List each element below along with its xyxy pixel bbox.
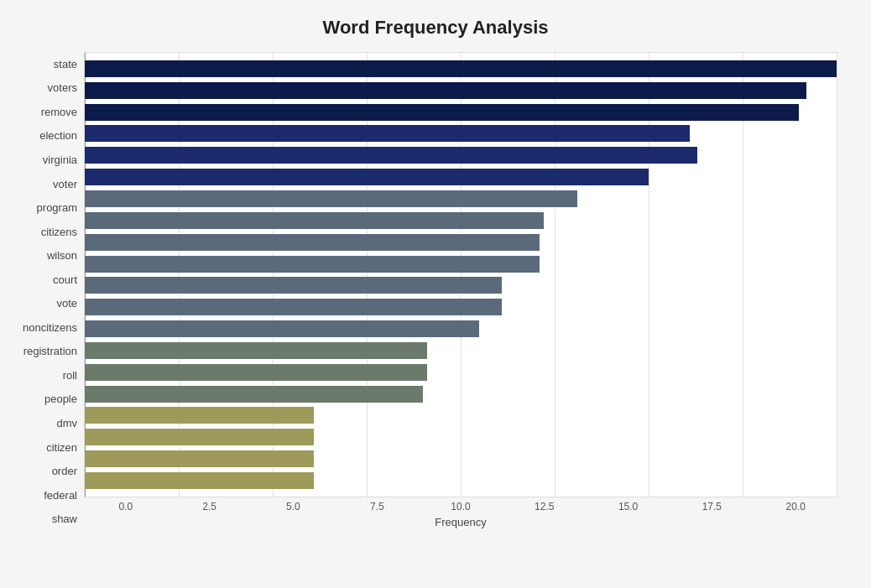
y-axis-label: court	[53, 274, 77, 285]
bar	[85, 320, 479, 337]
bar-row	[85, 341, 837, 361]
bar	[85, 60, 837, 77]
bars-area	[84, 52, 837, 497]
y-axis-label: citizens	[41, 226, 77, 237]
bar-row	[85, 189, 837, 209]
y-axis-label: voter	[53, 179, 77, 190]
bar-row	[85, 275, 837, 295]
chart-title: Word Frequency Analysis	[34, 17, 837, 39]
bar-row	[85, 449, 837, 469]
y-axis-label: shaw	[52, 513, 77, 524]
bar	[85, 364, 427, 381]
chart-container: Word Frequency Analysis statevotersremov…	[0, 0, 871, 588]
y-axis-label: voters	[48, 82, 77, 93]
bar-row	[85, 319, 837, 339]
y-axis-label: order	[52, 466, 77, 476]
y-axis-label: roll	[63, 370, 77, 381]
bar	[85, 450, 314, 467]
bars-and-xaxis: 0.02.55.07.510.012.515.017.520.0 Frequen…	[84, 52, 837, 531]
y-axis-label: remove	[41, 107, 77, 117]
bar	[85, 147, 697, 164]
y-axis-label: federal	[44, 490, 77, 501]
bar	[85, 277, 502, 294]
bar-row	[85, 81, 837, 101]
bar-row	[85, 123, 837, 143]
bar-row	[85, 59, 837, 79]
y-axis-label: vote	[56, 298, 77, 309]
bar	[85, 234, 540, 251]
y-axis-label: wilson	[47, 250, 77, 261]
bar	[85, 190, 577, 207]
y-axis-label: citizen	[46, 442, 77, 453]
grid-line	[837, 53, 837, 497]
bar	[85, 104, 799, 121]
y-axis-label: state	[54, 59, 77, 70]
bar	[85, 386, 423, 403]
bar-row	[85, 405, 837, 425]
x-axis-label: Frequency	[84, 516, 837, 528]
bar	[85, 82, 806, 99]
x-tick-label: 0.0	[84, 501, 168, 513]
bar-row	[85, 427, 837, 447]
x-tick-label: 7.5	[335, 501, 419, 513]
x-tick-label: 20.0	[754, 501, 837, 513]
x-tick-label: 10.0	[419, 501, 503, 513]
x-tick-label: 2.5	[168, 501, 252, 513]
x-tick-label: 17.5	[670, 501, 754, 513]
bar	[85, 299, 502, 315]
bar	[85, 169, 649, 185]
bar-row	[85, 384, 837, 404]
x-tick-label: 15.0	[587, 501, 670, 513]
bar-row	[85, 145, 837, 165]
x-tick-label: 5.0	[252, 501, 336, 513]
bar-row	[85, 254, 837, 274]
y-axis-label: dmv	[56, 418, 77, 429]
y-axis-label: virginia	[43, 154, 77, 165]
bar	[85, 125, 690, 142]
bar	[85, 407, 314, 424]
y-axis-label: people	[44, 393, 77, 404]
bar-row	[85, 362, 837, 382]
bar-row	[85, 297, 837, 317]
y-axis-label: noncitizens	[23, 322, 77, 333]
bar-row	[85, 471, 837, 491]
x-axis: 0.02.55.07.510.012.515.017.520.0 Frequen…	[84, 497, 837, 531]
y-axis-labels: statevotersremoveelectionvirginiavoterpr…	[8, 52, 84, 531]
bar	[85, 256, 540, 273]
x-ticks: 0.02.55.07.510.012.515.017.520.0	[84, 497, 837, 513]
y-axis-label: program	[37, 202, 77, 213]
bar	[85, 429, 314, 445]
bar	[85, 212, 544, 229]
y-axis-label: registration	[23, 346, 77, 356]
bar-row	[85, 102, 837, 122]
bar	[85, 472, 314, 489]
x-tick-label: 12.5	[503, 501, 587, 513]
y-axis-label: election	[39, 130, 77, 141]
bar-row	[85, 211, 837, 231]
bar-row	[85, 167, 837, 187]
bar	[85, 342, 427, 359]
bar-row	[85, 232, 837, 252]
